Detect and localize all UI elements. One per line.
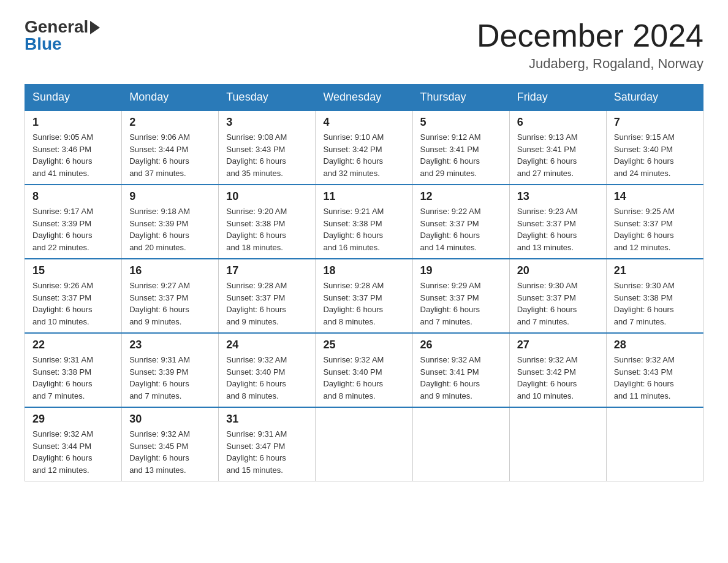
sunset-text: Sunset: 3:39 PM <box>32 219 91 228</box>
day-info: Sunrise: 9:20 AMSunset: 3:38 PMDaylight:… <box>226 205 308 253</box>
day-number: 6 <box>517 116 599 129</box>
daylight-text: Daylight: 6 hours <box>226 453 286 462</box>
sunrise-text: Sunrise: 9:31 AM <box>129 355 190 364</box>
title-area: December 2024 Judaberg, Rogaland, Norway <box>477 18 703 72</box>
calendar-cell: 21Sunrise: 9:30 AMSunset: 3:38 PMDayligh… <box>606 259 703 333</box>
daylight-text: Daylight: 6 hours <box>614 231 674 240</box>
sunset-text: Sunset: 3:47 PM <box>226 442 285 451</box>
daylight-text: Daylight: 6 hours <box>614 379 674 388</box>
sunset-text: Sunset: 3:37 PM <box>32 293 91 302</box>
sunset-text: Sunset: 3:42 PM <box>517 367 576 377</box>
day-number: 11 <box>323 190 404 203</box>
calendar-cell: 11Sunrise: 9:21 AMSunset: 3:38 PMDayligh… <box>316 185 412 259</box>
sunset-text: Sunset: 3:41 PM <box>420 145 479 154</box>
daylight-minutes: and 18 minutes. <box>226 243 283 252</box>
calendar-cell: 8Sunrise: 9:17 AMSunset: 3:39 PMDaylight… <box>25 185 122 259</box>
calendar-cell: 18Sunrise: 9:28 AMSunset: 3:37 PMDayligh… <box>316 259 412 333</box>
day-info: Sunrise: 9:32 AMSunset: 3:42 PMDaylight:… <box>517 354 599 402</box>
sunrise-text: Sunrise: 9:26 AM <box>32 281 93 290</box>
sunrise-text: Sunrise: 9:23 AM <box>517 207 578 216</box>
calendar-cell: 4Sunrise: 9:10 AMSunset: 3:42 PMDaylight… <box>316 110 412 185</box>
sunrise-text: Sunrise: 9:32 AM <box>226 355 287 364</box>
sunrise-text: Sunrise: 9:21 AM <box>323 207 384 216</box>
daylight-text: Daylight: 6 hours <box>420 231 480 240</box>
daylight-minutes: and 35 minutes. <box>226 169 283 178</box>
daylight-text: Daylight: 6 hours <box>420 305 480 314</box>
sunrise-text: Sunrise: 9:18 AM <box>129 207 190 216</box>
calendar-cell: 14Sunrise: 9:25 AMSunset: 3:37 PMDayligh… <box>606 185 703 259</box>
daylight-minutes: and 24 minutes. <box>614 169 671 178</box>
day-number: 19 <box>420 264 502 277</box>
sunrise-text: Sunrise: 9:05 AM <box>32 132 93 142</box>
sunrise-text: Sunrise: 9:20 AM <box>226 207 287 216</box>
calendar-cell: 3Sunrise: 9:08 AMSunset: 3:43 PMDaylight… <box>219 110 316 185</box>
daylight-minutes: and 16 minutes. <box>323 243 380 252</box>
daylight-minutes: and 13 minutes. <box>517 243 574 252</box>
daylight-minutes: and 41 minutes. <box>32 169 89 178</box>
week-row-4: 22Sunrise: 9:31 AMSunset: 3:38 PMDayligh… <box>25 333 703 407</box>
day-number: 7 <box>614 116 696 129</box>
sunrise-text: Sunrise: 9:31 AM <box>32 355 93 364</box>
calendar-cell: 31Sunrise: 9:31 AMSunset: 3:47 PMDayligh… <box>219 407 316 481</box>
day-info: Sunrise: 9:06 AMSunset: 3:44 PMDaylight:… <box>129 131 211 179</box>
day-number: 20 <box>517 264 599 277</box>
day-info: Sunrise: 9:15 AMSunset: 3:40 PMDaylight:… <box>614 131 696 179</box>
day-number: 26 <box>420 339 502 351</box>
calendar-cell: 23Sunrise: 9:31 AMSunset: 3:39 PMDayligh… <box>122 333 219 407</box>
calendar-cell: 19Sunrise: 9:29 AMSunset: 3:37 PMDayligh… <box>412 259 509 333</box>
daylight-text: Daylight: 6 hours <box>323 231 383 240</box>
calendar-cell: 17Sunrise: 9:28 AMSunset: 3:37 PMDayligh… <box>219 259 316 333</box>
daylight-minutes: and 7 minutes. <box>32 391 85 400</box>
daylight-minutes: and 13 minutes. <box>129 465 186 475</box>
day-info: Sunrise: 9:28 AMSunset: 3:37 PMDaylight:… <box>323 280 404 327</box>
sunrise-text: Sunrise: 9:30 AM <box>614 281 675 290</box>
daylight-text: Daylight: 6 hours <box>32 379 93 388</box>
daylight-text: Daylight: 6 hours <box>226 379 286 388</box>
day-number: 10 <box>226 190 308 203</box>
sunrise-text: Sunrise: 9:32 AM <box>129 429 190 439</box>
sunset-text: Sunset: 3:37 PM <box>420 293 479 302</box>
daylight-text: Daylight: 6 hours <box>614 156 674 166</box>
day-info: Sunrise: 9:21 AMSunset: 3:38 PMDaylight:… <box>323 205 404 253</box>
day-number: 2 <box>129 116 211 129</box>
daylight-text: Daylight: 6 hours <box>129 379 189 388</box>
daylight-minutes: and 9 minutes. <box>420 391 472 400</box>
daylight-minutes: and 7 minutes. <box>420 317 472 326</box>
day-number: 24 <box>226 339 308 351</box>
calendar-cell: 9Sunrise: 9:18 AMSunset: 3:39 PMDaylight… <box>122 185 219 259</box>
daylight-text: Daylight: 6 hours <box>517 379 577 388</box>
sunset-text: Sunset: 3:40 PM <box>226 367 285 377</box>
daylight-minutes: and 10 minutes. <box>517 391 574 400</box>
calendar-cell: 10Sunrise: 9:20 AMSunset: 3:38 PMDayligh… <box>219 185 316 259</box>
daylight-text: Daylight: 6 hours <box>517 305 577 314</box>
day-number: 14 <box>614 190 696 203</box>
sunset-text: Sunset: 3:43 PM <box>614 367 673 377</box>
calendar-cell <box>606 407 703 481</box>
weekday-header-monday: Monday <box>122 85 219 111</box>
sunrise-text: Sunrise: 9:13 AM <box>517 132 578 142</box>
day-number: 16 <box>129 264 211 277</box>
sunrise-text: Sunrise: 9:32 AM <box>517 355 578 364</box>
daylight-minutes: and 7 minutes. <box>129 391 181 400</box>
sunset-text: Sunset: 3:41 PM <box>420 367 479 377</box>
sunset-text: Sunset: 3:44 PM <box>32 442 91 451</box>
daylight-minutes: and 8 minutes. <box>323 317 375 326</box>
sunset-text: Sunset: 3:37 PM <box>517 219 576 228</box>
daylight-minutes: and 32 minutes. <box>323 169 380 178</box>
daylight-minutes: and 37 minutes. <box>129 169 186 178</box>
calendar-cell <box>412 407 509 481</box>
sunrise-text: Sunrise: 9:08 AM <box>226 132 287 142</box>
sunset-text: Sunset: 3:39 PM <box>129 367 188 377</box>
weekday-header-friday: Friday <box>509 85 606 111</box>
daylight-text: Daylight: 6 hours <box>323 379 383 388</box>
sunrise-text: Sunrise: 9:29 AM <box>420 281 481 290</box>
day-info: Sunrise: 9:12 AMSunset: 3:41 PMDaylight:… <box>420 131 502 179</box>
weekday-header-tuesday: Tuesday <box>219 85 316 111</box>
calendar-cell: 1Sunrise: 9:05 AMSunset: 3:46 PMDaylight… <box>25 110 122 185</box>
day-info: Sunrise: 9:23 AMSunset: 3:37 PMDaylight:… <box>517 205 599 253</box>
daylight-minutes: and 9 minutes. <box>129 317 181 326</box>
calendar-cell: 28Sunrise: 9:32 AMSunset: 3:43 PMDayligh… <box>606 333 703 407</box>
sunrise-text: Sunrise: 9:32 AM <box>420 355 481 364</box>
day-info: Sunrise: 9:10 AMSunset: 3:42 PMDaylight:… <box>323 131 404 179</box>
daylight-minutes: and 22 minutes. <box>32 243 89 252</box>
